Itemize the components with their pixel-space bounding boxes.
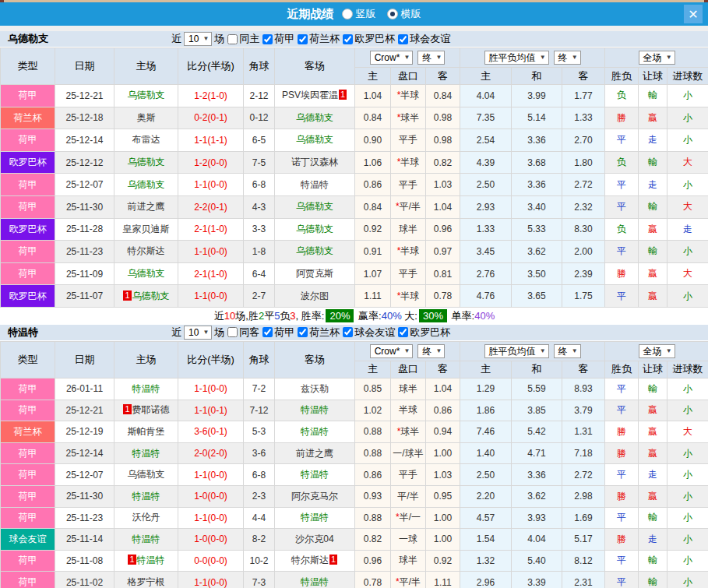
summary-segment: 40% — [382, 310, 402, 322]
score: 1-1(0-0) — [178, 174, 244, 196]
checkbox-same-venue-filter[interactable] — [227, 34, 238, 44]
checkbox-label: 同客 — [239, 326, 259, 340]
avg-type-select[interactable]: 胜平负均值 — [484, 51, 549, 65]
league-filter[interactable]: 球会友谊 — [342, 326, 395, 340]
corner-count: 5-3 — [244, 421, 275, 443]
odds-value: 0.78 — [426, 285, 460, 308]
checkbox-league-filter[interactable] — [262, 34, 273, 44]
handicap-line: *平/半 — [391, 572, 426, 588]
avg-final-select[interactable]: 终 — [554, 51, 581, 65]
league-filter[interactable]: 荷甲 — [262, 32, 294, 46]
team-cell-label: 诺丁汉森林 — [291, 157, 338, 167]
avg-value: 4.04 — [512, 529, 562, 551]
same-venue-filter[interactable]: 同客 — [227, 326, 259, 340]
games-count-select[interactable]: 10 — [184, 326, 212, 340]
league-filter[interactable]: 欧罗巴杯 — [342, 32, 395, 46]
same-venue-filter[interactable]: 同主 — [227, 32, 259, 46]
result-selects: 全场 — [605, 51, 708, 65]
match-row: 荷甲25-11-081特温特0-0(0-0)10-2特尔斯达10.96球半0.9… — [1, 550, 708, 572]
score: 1-1(0-0) — [178, 464, 244, 486]
league-badge: 球会友谊 — [1, 529, 55, 551]
team-cell-label: 特温特 — [301, 469, 329, 480]
wdl-result: 平 — [605, 129, 639, 152]
games-count-select[interactable]: 10 — [184, 32, 212, 46]
odds-company-select[interactable]: Crow* — [370, 51, 414, 65]
wdl-result: 平 — [605, 507, 639, 529]
checkbox-league-filter[interactable] — [262, 327, 273, 337]
team-table: 类型日期主场比分(半场)角球客场Crow*终胜平负均值终全场主盘口客主和客胜负让… — [0, 48, 708, 325]
avg-value: 2.72 — [562, 174, 605, 196]
league-badge: 欧罗巴杯 — [1, 285, 55, 308]
odds-final-select[interactable]: 终 — [417, 51, 445, 65]
league-filter[interactable]: 欧罗巴杯 — [397, 326, 450, 340]
team-cell-label: 格罗宁根 — [128, 576, 165, 587]
wdl-result: 勝 — [605, 421, 639, 443]
league-badge: 荷甲 — [1, 262, 55, 285]
handicap-line: *平/半 — [391, 195, 426, 218]
wdl-result: 勝 — [605, 262, 639, 285]
odds-value: 0.88 — [355, 507, 391, 529]
odds-value: 0.98 — [426, 129, 460, 152]
goals-result: 大 — [667, 195, 708, 218]
odds-value: 0.98 — [426, 107, 460, 129]
sub-column-header: 客 — [562, 361, 605, 378]
checkbox-league-filter[interactable] — [398, 34, 408, 44]
handicap-line: 平手 — [391, 129, 426, 152]
filter-row: 特温特近10场同客荷甲荷兰杯球会友谊欧罗巴杯 — [0, 325, 708, 341]
handicap-line: 球半 — [391, 378, 426, 400]
handicap-result: 贏 — [639, 285, 667, 308]
close-icon[interactable]: ✕ — [684, 5, 703, 23]
avg-type-select[interactable]: 胜平负均值 — [484, 344, 549, 358]
result-selects: 全场 — [605, 344, 708, 358]
team-cell-label: 斯帕肯堡 — [128, 426, 165, 437]
corner-count: 6-8 — [244, 464, 275, 486]
checkbox-league-filter[interactable] — [298, 34, 308, 44]
radio-vertical-label: 竖版 — [356, 7, 376, 21]
wdl-result: 负 — [605, 85, 639, 107]
score: 1-2(1-0) — [178, 85, 244, 107]
avg-value: 1.80 — [562, 151, 605, 174]
avg-value: 1.69 — [562, 507, 605, 529]
odds-final-select[interactable]: 终 — [417, 344, 445, 358]
away-team: 特温特 — [275, 464, 355, 486]
wdl-result: 平 — [605, 572, 639, 588]
checkbox-league-filter[interactable] — [343, 327, 353, 337]
odds-company-select[interactable]: Crow* — [370, 344, 414, 358]
corner-count: 3-6 — [244, 442, 275, 464]
away-team: 特温特 — [275, 421, 355, 443]
result-scope-select[interactable]: 全场 — [639, 51, 675, 65]
league-filter[interactable]: 荷兰杯 — [297, 326, 340, 340]
summary-segment: 赢率: — [355, 310, 381, 322]
avg-value: 4.76 — [460, 285, 512, 308]
handicap-line: *半球 — [391, 151, 426, 174]
corner-count: 2-7 — [244, 285, 275, 308]
avg-value: 4.39 — [460, 151, 512, 174]
handicap-result: 贏 — [639, 421, 667, 443]
checkbox-league-filter[interactable] — [398, 327, 408, 337]
match-row: 欧罗巴杯25-11-071乌德勒支1-1(0-0)2-7波尔图1.11*半球0.… — [1, 285, 708, 308]
team-cell-label: 波尔图 — [301, 290, 329, 301]
league-filter[interactable]: 荷甲 — [262, 326, 294, 340]
checkbox-same-venue-filter[interactable] — [227, 327, 238, 337]
goals-result: 小 — [667, 485, 708, 507]
radio-vertical-layout[interactable]: 竖版 — [342, 7, 376, 21]
radio-horizontal-layout[interactable]: 横版 — [387, 7, 421, 21]
filter-controls: 近10场同客荷甲荷兰杯球会友谊欧罗巴杯 — [171, 326, 450, 340]
league-filter[interactable]: 荷兰杯 — [297, 32, 340, 46]
league-badge: 荷甲 — [1, 442, 55, 464]
away-team: 乌德勒支 — [275, 241, 355, 263]
column-header: 类型 — [1, 48, 55, 85]
column-header: 客场 — [275, 48, 355, 85]
result-scope-select[interactable]: 全场 — [639, 344, 675, 358]
handicap-result: 輸 — [639, 378, 667, 400]
avg-final-select[interactable]: 终 — [554, 344, 581, 358]
match-row: 荷甲25-12-07乌德勒支1-1(0-0)6-8特温特0.86平手1.032.… — [1, 464, 708, 486]
away-team: 阿尔克马尔 — [275, 485, 355, 507]
goals-result: 小 — [667, 400, 708, 421]
handicap-line: *半球 — [391, 85, 426, 107]
checkbox-league-filter[interactable] — [298, 327, 308, 337]
league-filter[interactable]: 球会友谊 — [397, 32, 450, 46]
goals-result: 小 — [667, 241, 708, 263]
checkbox-league-filter[interactable] — [343, 34, 353, 44]
promoted-badge: 1 — [123, 290, 131, 301]
